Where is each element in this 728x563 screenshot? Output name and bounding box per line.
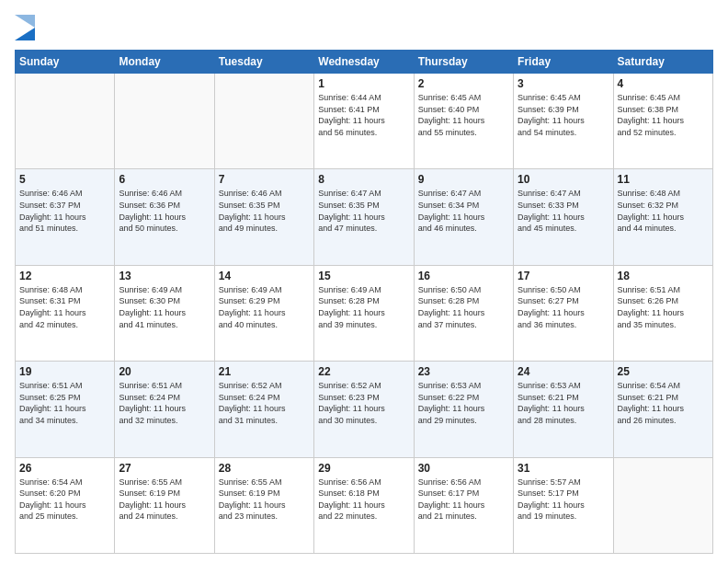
calendar-week-row: 12Sunrise: 6:48 AM Sunset: 6:31 PM Dayli… [16,265,713,361]
day-info: Sunrise: 6:47 AM Sunset: 6:33 PM Dayligh… [518,188,609,234]
day-number: 24 [518,365,609,378]
calendar-day-cell: 13Sunrise: 6:49 AM Sunset: 6:30 PM Dayli… [115,265,214,361]
svg-marker-0 [15,28,35,40]
calendar-day-cell: 6Sunrise: 6:46 AM Sunset: 6:36 PM Daylig… [115,169,214,265]
calendar-day-cell: 20Sunrise: 6:51 AM Sunset: 6:24 PM Dayli… [115,362,214,457]
calendar-day-cell: 17Sunrise: 6:50 AM Sunset: 6:27 PM Dayli… [514,265,613,361]
calendar-day-cell: 15Sunrise: 6:49 AM Sunset: 6:28 PM Dayli… [314,265,414,361]
calendar-day-header: Wednesday [314,51,414,74]
day-info: Sunrise: 5:57 AM Sunset: 5:17 PM Dayligh… [518,477,609,523]
calendar-day-cell: 30Sunrise: 6:56 AM Sunset: 6:17 PM Dayli… [414,457,513,553]
day-number: 14 [219,270,310,282]
logo [15,15,39,40]
day-number: 15 [318,270,409,282]
day-number: 12 [19,270,110,282]
day-info: Sunrise: 6:49 AM Sunset: 6:30 PM Dayligh… [119,284,210,330]
day-info: Sunrise: 6:46 AM Sunset: 6:36 PM Dayligh… [119,188,210,234]
day-number: 16 [418,270,509,282]
calendar-day-cell: 22Sunrise: 6:52 AM Sunset: 6:23 PM Dayli… [314,362,414,457]
calendar-day-cell: 23Sunrise: 6:53 AM Sunset: 6:22 PM Dayli… [414,362,513,457]
day-info: Sunrise: 6:51 AM Sunset: 6:26 PM Dayligh… [618,284,709,330]
day-info: Sunrise: 6:50 AM Sunset: 6:28 PM Dayligh… [418,284,509,330]
day-number: 13 [119,270,210,282]
day-info: Sunrise: 6:51 AM Sunset: 6:25 PM Dayligh… [19,380,110,426]
logo-icon [15,15,35,40]
day-number: 27 [119,462,210,475]
calendar-day-cell: 11Sunrise: 6:48 AM Sunset: 6:32 PM Dayli… [613,169,712,265]
calendar-day-cell: 28Sunrise: 6:55 AM Sunset: 6:19 PM Dayli… [214,457,313,553]
calendar-day-cell: 31Sunrise: 5:57 AM Sunset: 5:17 PM Dayli… [514,457,613,553]
day-number: 2 [418,77,509,90]
day-number: 9 [418,173,509,186]
day-number: 18 [618,270,709,282]
calendar-table: SundayMondayTuesdayWednesdayThursdayFrid… [15,50,713,554]
calendar-day-header: Sunday [16,51,115,74]
day-info: Sunrise: 6:56 AM Sunset: 6:17 PM Dayligh… [418,477,509,523]
calendar-day-header: Friday [514,51,613,74]
day-info: Sunrise: 6:52 AM Sunset: 6:23 PM Dayligh… [318,380,409,426]
day-info: Sunrise: 6:51 AM Sunset: 6:24 PM Dayligh… [119,380,210,426]
day-number: 29 [318,462,409,475]
calendar-day-header: Tuesday [214,51,313,74]
day-info: Sunrise: 6:48 AM Sunset: 6:32 PM Dayligh… [618,188,709,234]
day-info: Sunrise: 6:44 AM Sunset: 6:41 PM Dayligh… [318,92,409,138]
calendar-day-cell: 27Sunrise: 6:55 AM Sunset: 6:19 PM Dayli… [115,457,214,553]
calendar-day-header: Monday [115,51,214,74]
day-number: 25 [618,365,709,378]
day-info: Sunrise: 6:46 AM Sunset: 6:37 PM Dayligh… [19,188,110,234]
day-info: Sunrise: 6:45 AM Sunset: 6:39 PM Dayligh… [518,92,609,138]
day-info: Sunrise: 6:46 AM Sunset: 6:35 PM Dayligh… [219,188,310,234]
day-number: 1 [318,77,409,90]
calendar-day-cell: 5Sunrise: 6:46 AM Sunset: 6:37 PM Daylig… [16,169,115,265]
day-number: 28 [219,462,310,475]
day-info: Sunrise: 6:45 AM Sunset: 6:40 PM Dayligh… [418,92,509,138]
calendar-day-cell: 16Sunrise: 6:50 AM Sunset: 6:28 PM Dayli… [414,265,513,361]
day-info: Sunrise: 6:54 AM Sunset: 6:20 PM Dayligh… [19,477,110,523]
day-info: Sunrise: 6:47 AM Sunset: 6:34 PM Dayligh… [418,188,509,234]
calendar-day-header: Saturday [613,51,712,74]
day-number: 19 [19,365,110,378]
calendar-day-cell: 21Sunrise: 6:52 AM Sunset: 6:24 PM Dayli… [214,362,313,457]
day-number: 10 [518,173,609,186]
calendar-day-cell: 9Sunrise: 6:47 AM Sunset: 6:34 PM Daylig… [414,169,513,265]
day-number: 11 [618,173,709,186]
calendar-week-row: 5Sunrise: 6:46 AM Sunset: 6:37 PM Daylig… [16,169,713,265]
calendar-week-row: 26Sunrise: 6:54 AM Sunset: 6:20 PM Dayli… [16,457,713,553]
day-info: Sunrise: 6:49 AM Sunset: 6:28 PM Dayligh… [318,284,409,330]
calendar-day-cell [16,74,115,169]
calendar-day-cell: 12Sunrise: 6:48 AM Sunset: 6:31 PM Dayli… [16,265,115,361]
day-number: 22 [318,365,409,378]
day-info: Sunrise: 6:53 AM Sunset: 6:21 PM Dayligh… [518,380,609,426]
calendar-day-cell: 19Sunrise: 6:51 AM Sunset: 6:25 PM Dayli… [16,362,115,457]
calendar-day-cell: 29Sunrise: 6:56 AM Sunset: 6:18 PM Dayli… [314,457,414,553]
calendar-day-cell: 14Sunrise: 6:49 AM Sunset: 6:29 PM Dayli… [214,265,313,361]
day-number: 3 [518,77,609,90]
day-number: 5 [19,173,110,186]
calendar-header-row: SundayMondayTuesdayWednesdayThursdayFrid… [16,51,713,74]
calendar-week-row: 19Sunrise: 6:51 AM Sunset: 6:25 PM Dayli… [16,362,713,457]
day-number: 8 [318,173,409,186]
day-info: Sunrise: 6:52 AM Sunset: 6:24 PM Dayligh… [219,380,310,426]
calendar-day-cell: 2Sunrise: 6:45 AM Sunset: 6:40 PM Daylig… [414,74,513,169]
calendar-day-cell [115,74,214,169]
page: SundayMondayTuesdayWednesdayThursdayFrid… [0,0,728,563]
calendar-day-cell: 18Sunrise: 6:51 AM Sunset: 6:26 PM Dayli… [613,265,712,361]
calendar-day-cell: 1Sunrise: 6:44 AM Sunset: 6:41 PM Daylig… [314,74,414,169]
day-info: Sunrise: 6:47 AM Sunset: 6:35 PM Dayligh… [318,188,409,234]
calendar-day-cell [613,457,712,553]
day-number: 26 [19,462,110,475]
calendar-day-cell: 7Sunrise: 6:46 AM Sunset: 6:35 PM Daylig… [214,169,313,265]
day-info: Sunrise: 6:55 AM Sunset: 6:19 PM Dayligh… [219,477,310,523]
calendar-day-cell: 3Sunrise: 6:45 AM Sunset: 6:39 PM Daylig… [514,74,613,169]
day-number: 23 [418,365,509,378]
calendar-week-row: 1Sunrise: 6:44 AM Sunset: 6:41 PM Daylig… [16,74,713,169]
day-info: Sunrise: 6:56 AM Sunset: 6:18 PM Dayligh… [318,477,409,523]
day-number: 7 [219,173,310,186]
header [15,15,713,40]
day-info: Sunrise: 6:45 AM Sunset: 6:38 PM Dayligh… [618,92,709,138]
day-info: Sunrise: 6:54 AM Sunset: 6:21 PM Dayligh… [618,380,709,426]
day-number: 31 [518,462,609,475]
calendar-day-cell: 26Sunrise: 6:54 AM Sunset: 6:20 PM Dayli… [16,457,115,553]
calendar-day-cell [214,74,313,169]
day-number: 17 [518,270,609,282]
